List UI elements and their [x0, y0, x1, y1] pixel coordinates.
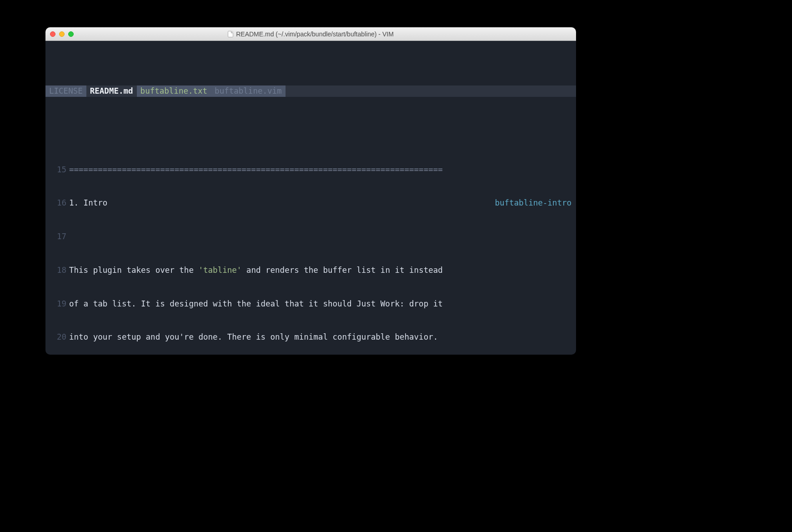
line-number: 18: [45, 265, 69, 276]
tab-label: buftabline.txt: [140, 86, 208, 95]
window-title-text: README.md (~/.vim/pack/bundle/start/buft…: [236, 30, 394, 38]
tabline-fill: [286, 85, 576, 97]
vim-window: README.md (~/.vim/pack/bundle/start/buft…: [45, 27, 576, 355]
terminal-area[interactable]: LICENSE README.md buftabline.txt buftabl…: [45, 41, 576, 355]
drop-shadow: [45, 355, 576, 368]
line-number: 20: [45, 331, 69, 343]
line-number: 17: [45, 231, 69, 242]
tab-label: README.md: [90, 86, 133, 95]
macos-titlebar: README.md (~/.vim/pack/bundle/start/buft…: [45, 27, 576, 41]
tab-license[interactable]: LICENSE: [45, 85, 86, 97]
document-icon: [228, 31, 233, 37]
help-tag: buftabline-intro: [495, 197, 571, 209]
buffer-tabline: LICENSE README.md buftabline.txt buftabl…: [45, 85, 576, 97]
text-line: of a tab list. It is designed with the i…: [69, 298, 576, 310]
text-line: This plugin takes over the 'tabline' and…: [69, 265, 576, 276]
tab-buftabline-vim[interactable]: buftabline.vim: [211, 85, 286, 97]
text-line: into your setup and you're done. There i…: [69, 331, 576, 343]
string-literal: 'tabline': [198, 266, 241, 275]
window-title: README.md (~/.vim/pack/bundle/start/buft…: [45, 30, 576, 38]
tab-label: LICENSE: [49, 86, 83, 95]
tab-label: buftabline.vim: [215, 86, 282, 95]
separator-rule: ========================================…: [69, 164, 576, 176]
tab-buftabline-txt[interactable]: buftabline.txt: [137, 85, 211, 97]
line-number: 16: [45, 197, 69, 209]
line-number: 19: [45, 298, 69, 310]
split-top[interactable]: 15======================================…: [45, 141, 576, 355]
tab-readme[interactable]: README.md: [86, 85, 137, 97]
text-line: [69, 231, 576, 242]
line-number: 15: [45, 164, 69, 176]
